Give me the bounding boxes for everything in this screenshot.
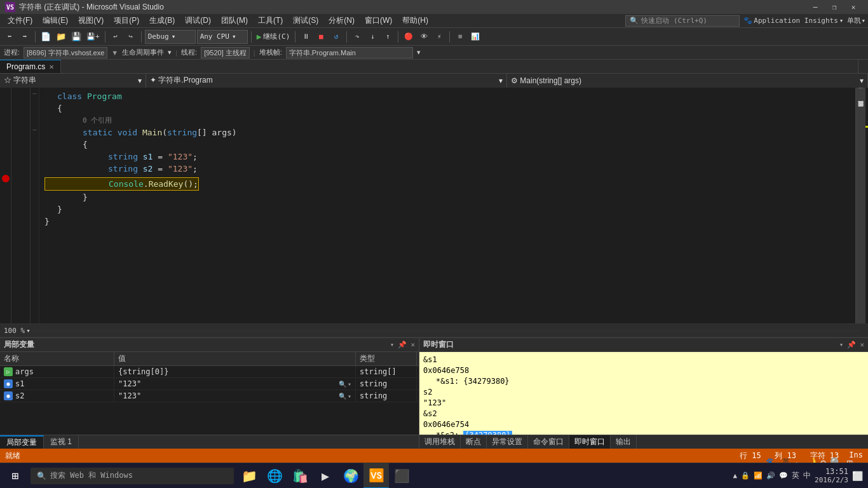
locals-cell-args-name: ▷ args bbox=[0, 366, 114, 377]
locals-tab-locals[interactable]: 局部变量 bbox=[0, 435, 44, 449]
start-button[interactable]: ⊞ bbox=[0, 463, 31, 489]
scroll-marker bbox=[865, 126, 868, 128]
immediate-pin-btn[interactable]: 📌 bbox=[847, 341, 856, 349]
quick-launch-box[interactable]: 🔍 快速启动 (Ctrl+Q) bbox=[625, 15, 740, 27]
zoom-dropdown-icon[interactable]: ▾ bbox=[26, 327, 31, 335]
s1-search-icon[interactable]: 🔍 bbox=[339, 381, 346, 388]
application-insights-btn[interactable]: 🐾 Application Insights ▾ bbox=[743, 17, 843, 25]
taskbar-app-media[interactable]: ▶ bbox=[313, 463, 338, 489]
process-dropdown[interactable]: [8696] 字符串.vshost.exe bbox=[24, 47, 107, 58]
restore-button[interactable]: ❐ bbox=[825, 0, 844, 14]
zoom-control[interactable]: 100 % ▾ bbox=[4, 327, 31, 335]
immediate-close-btn[interactable]: ✕ bbox=[860, 341, 864, 349]
save-all-button[interactable]: 💾+ bbox=[85, 30, 102, 44]
show-desktop-btn[interactable]: ⬜ bbox=[852, 471, 863, 481]
code-line-2: { bbox=[44, 102, 850, 114]
vs-icon: VS bbox=[5, 2, 15, 12]
watch-button[interactable]: 👁 bbox=[417, 30, 431, 44]
menu-project[interactable]: 项目(P) bbox=[109, 14, 144, 27]
menu-build[interactable]: 生成(B) bbox=[144, 14, 180, 27]
panel-dropdown-btn[interactable]: ▾ bbox=[390, 341, 395, 349]
menu-team[interactable]: 团队(M) bbox=[216, 14, 253, 27]
minimize-button[interactable]: ─ bbox=[806, 0, 825, 14]
tab-close-icon[interactable]: ✕ bbox=[49, 64, 54, 71]
thread-dropdown[interactable]: [9520] 主线程 bbox=[201, 47, 250, 58]
stack-dropdown[interactable]: 字符串.Program.Main bbox=[286, 47, 413, 58]
menu-debug[interactable]: 调试(D) bbox=[180, 14, 216, 27]
imm-tab-exceptions[interactable]: 异常设置 bbox=[487, 435, 528, 449]
step-out-button[interactable]: ↑ bbox=[381, 30, 395, 44]
performance-button[interactable]: 📊 bbox=[468, 30, 482, 44]
menu-edit[interactable]: 编辑(E) bbox=[37, 14, 73, 27]
collapse-1[interactable]: ─ bbox=[31, 88, 39, 100]
menu-tools[interactable]: 工具(T) bbox=[253, 14, 288, 27]
search-bar[interactable]: 🔍 搜索 Web 和 Windows bbox=[31, 468, 234, 484]
exception-button[interactable]: ⚡ bbox=[432, 30, 446, 44]
tray-chevron[interactable]: ▲ bbox=[733, 471, 737, 480]
editor-tab-program-cs[interactable]: Program.cs ✕ bbox=[0, 60, 61, 73]
s2-dropdown-icon[interactable]: ▾ bbox=[348, 393, 351, 400]
imm-tab-callstack[interactable]: 调用堆栈 bbox=[419, 435, 461, 449]
panel-close-btn[interactable]: ✕ bbox=[410, 341, 415, 349]
imm-tab-immediate[interactable]: 即时窗口 bbox=[569, 435, 611, 449]
step-over-button[interactable]: ↷ bbox=[350, 30, 364, 44]
taskbar-app-store[interactable]: 🛍️ bbox=[287, 463, 313, 489]
menu-analyze[interactable]: 分析(N) bbox=[323, 14, 360, 27]
undo-button[interactable]: ↩ bbox=[109, 30, 123, 44]
panel-pin-btn[interactable]: 📌 bbox=[398, 341, 407, 349]
menu-view[interactable]: 视图(V) bbox=[73, 14, 109, 27]
back-button[interactable]: ⬅ bbox=[3, 30, 17, 44]
restart-button[interactable]: ↺ bbox=[329, 30, 343, 44]
locals-tab-watch[interactable]: 监视 1 bbox=[44, 435, 79, 449]
team-explorer-label[interactable]: 团队资源管理器 bbox=[855, 109, 866, 114]
step-into-button[interactable]: ↓ bbox=[365, 30, 379, 44]
class-dropdown[interactable]: ☆ 字符串▾ bbox=[0, 74, 146, 88]
taskbar-app-edge[interactable]: 🌐 bbox=[262, 463, 287, 489]
toolbar-separator-5 bbox=[295, 31, 295, 43]
collapse-2[interactable]: ─ bbox=[31, 124, 39, 136]
menu-help[interactable]: 帮助(H) bbox=[397, 14, 433, 27]
s2-search-icon[interactable]: 🔍 bbox=[339, 393, 346, 400]
taskbar-app-ie[interactable]: 🌍 bbox=[338, 463, 363, 489]
code-content[interactable]: class Program { 0 个引用 static void Main(s… bbox=[39, 88, 855, 323]
solution-explorer-label[interactable]: 解决方案资源管理器 bbox=[855, 90, 866, 95]
imm-tab-breakpoints[interactable]: 断点 bbox=[461, 435, 487, 449]
debug-config-dropdown[interactable]: Debug▾ bbox=[145, 30, 196, 44]
immediate-content[interactable]: &s1 0x0646e758 *&s1: {34279380} s2 "123"… bbox=[419, 352, 868, 435]
s1-dropdown-icon[interactable]: ▾ bbox=[348, 381, 351, 388]
taskbar-app-explorer[interactable]: 📁 bbox=[236, 463, 262, 489]
menu-test[interactable]: 测试(S) bbox=[288, 14, 323, 27]
taskbar-app-cmd[interactable]: ⬛ bbox=[389, 463, 414, 489]
stop-button[interactable]: ■ bbox=[314, 30, 328, 44]
new-file-button[interactable]: 📄 bbox=[39, 30, 53, 44]
redo-button[interactable]: ↪ bbox=[124, 30, 138, 44]
imm-tab-output[interactable]: 输出 bbox=[611, 435, 637, 449]
continue-button[interactable]: ▶继续(C) bbox=[255, 30, 292, 44]
lifecycle-icon: ▼ bbox=[111, 49, 118, 57]
menu-file[interactable]: 文件(F) bbox=[3, 14, 37, 27]
imm-tab-command[interactable]: 命令窗口 bbox=[528, 435, 569, 449]
toolbar-separator-3 bbox=[141, 31, 142, 43]
namespace-dropdown[interactable]: ✦ 字符串.Program▾ bbox=[146, 74, 507, 88]
bp-empty-1 bbox=[0, 88, 11, 100]
vline-6 bbox=[31, 172, 39, 184]
forward-button[interactable]: ➡ bbox=[18, 30, 32, 44]
breakpoints-button[interactable]: 🔴 bbox=[402, 30, 416, 44]
pause-button[interactable]: ⏸ bbox=[299, 30, 313, 44]
save-button[interactable]: 💾 bbox=[69, 30, 83, 44]
tray-network-icon[interactable]: 📶 bbox=[754, 471, 763, 480]
threads-button[interactable]: ≡ bbox=[453, 30, 467, 44]
tray-notification-icon[interactable]: 💬 bbox=[779, 471, 788, 480]
tray-lock-icon[interactable]: 🔒 bbox=[741, 471, 750, 480]
vline-8 bbox=[31, 196, 39, 208]
cpu-dropdown[interactable]: Any CPU▾ bbox=[197, 30, 248, 44]
single-sign-on[interactable]: 单凯▾ bbox=[847, 16, 865, 25]
close-button[interactable]: ✕ bbox=[844, 0, 863, 14]
method-dropdown[interactable]: ⚙ Main(string[] args)▾ bbox=[507, 74, 868, 88]
immediate-dropdown-btn[interactable]: ▾ bbox=[839, 341, 844, 349]
open-button[interactable]: 📁 bbox=[54, 30, 68, 44]
menu-window[interactable]: 窗口(W) bbox=[360, 14, 397, 27]
tray-volume-icon[interactable]: 🔊 bbox=[766, 471, 775, 480]
taskbar-app-vs[interactable]: 🆚 bbox=[363, 463, 389, 489]
horizontal-scrollbar[interactable] bbox=[34, 330, 860, 331]
